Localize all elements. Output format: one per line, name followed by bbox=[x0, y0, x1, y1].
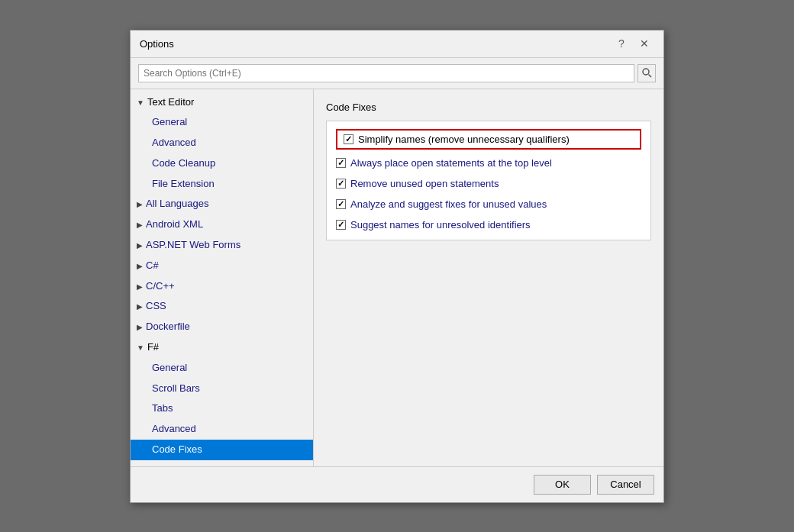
tree-item-fsharp-code-fixes[interactable]: Code Fixes bbox=[131, 440, 313, 460]
help-button[interactable]: ? bbox=[612, 35, 631, 52]
dialog-body: Text Editor General Advanced Code Cleanu… bbox=[131, 58, 663, 466]
checkbox-label-always-place: Always place open statements at the top … bbox=[350, 157, 552, 169]
tree-item-text-editor[interactable]: Text Editor bbox=[131, 92, 313, 113]
search-icon bbox=[642, 68, 652, 78]
content-panel: Code Fixes Simplify names (remove unnece… bbox=[314, 89, 663, 466]
expand-icon bbox=[137, 342, 144, 354]
tree-item-fsharp-tabs[interactable]: Tabs bbox=[131, 398, 313, 419]
tree-item-all-languages[interactable]: All Languages bbox=[131, 194, 313, 214]
expand-icon bbox=[137, 198, 143, 211]
expand-icon bbox=[137, 321, 143, 334]
tree-item-fsharp-scrollbars[interactable]: Scroll Bars bbox=[131, 379, 313, 399]
search-input[interactable] bbox=[138, 64, 634, 82]
tree-item-aspnet[interactable]: ASP.NET Web Forms bbox=[131, 235, 313, 256]
expand-icon bbox=[137, 219, 143, 231]
checkbox-always-place[interactable] bbox=[336, 158, 346, 168]
tree-panel: Text Editor General Advanced Code Cleanu… bbox=[131, 89, 314, 466]
checkbox-item-analyze: Analyze and suggest fixes for unused val… bbox=[336, 197, 641, 211]
cancel-button[interactable]: Cancel bbox=[597, 475, 654, 495]
close-button[interactable]: ✕ bbox=[634, 35, 654, 52]
expand-icon bbox=[137, 260, 143, 272]
checkbox-remove-unused[interactable] bbox=[336, 179, 346, 189]
tree-item-csharp[interactable]: C# bbox=[131, 256, 313, 276]
svg-point-0 bbox=[643, 69, 649, 75]
checkbox-item-suggest-names: Suggest names for unresolved identifiers bbox=[336, 218, 641, 232]
tree-item-code-cleanup[interactable]: Code Cleanup bbox=[131, 153, 313, 174]
checkbox-label-simplify: Simplify names (remove unnecessary quali… bbox=[358, 134, 570, 145]
checkbox-item-remove-unused: Remove unused open statements bbox=[336, 176, 641, 191]
tree-item-dockerfile[interactable]: Dockerfile bbox=[131, 317, 313, 337]
expand-icon bbox=[137, 281, 143, 293]
tree-item-file-extension[interactable]: File Extension bbox=[131, 174, 313, 195]
dialog-footer: OK Cancel bbox=[131, 466, 663, 502]
checkbox-suggest-names[interactable] bbox=[336, 220, 346, 230]
expand-icon bbox=[137, 97, 144, 109]
section-title: Code Fixes bbox=[326, 102, 651, 113]
search-button[interactable] bbox=[637, 64, 656, 82]
checkbox-simplify[interactable] bbox=[344, 134, 353, 144]
svg-line-1 bbox=[648, 75, 651, 78]
tree-item-fsharp-general[interactable]: General bbox=[131, 358, 313, 379]
expand-icon bbox=[137, 301, 143, 313]
ok-button[interactable]: OK bbox=[534, 475, 591, 495]
search-row bbox=[131, 58, 663, 89]
expand-icon bbox=[137, 240, 143, 252]
tree-item-css[interactable]: CSS bbox=[131, 296, 313, 317]
checkbox-item-simplify: Simplify names (remove unnecessary quali… bbox=[336, 129, 641, 150]
tree-item-fsharp[interactable]: F# bbox=[131, 337, 313, 358]
checkbox-label-suggest-names: Suggest names for unresolved identifiers bbox=[350, 219, 531, 231]
tree-item-fsharp-advanced[interactable]: Advanced bbox=[131, 419, 313, 440]
title-bar-left: Options bbox=[140, 38, 174, 50]
title-actions: ? ✕ bbox=[612, 35, 654, 52]
tree-item-cpp[interactable]: C/C++ bbox=[131, 276, 313, 297]
main-area: Text Editor General Advanced Code Cleanu… bbox=[131, 89, 663, 466]
code-fixes-box: Simplify names (remove unnecessary quali… bbox=[326, 121, 651, 240]
tree-item-advanced[interactable]: Advanced bbox=[131, 133, 313, 153]
tree-item-android-xml[interactable]: Android XML bbox=[131, 214, 313, 235]
checkbox-label-analyze: Analyze and suggest fixes for unused val… bbox=[350, 198, 547, 210]
dialog-title: Options bbox=[140, 38, 174, 50]
checkbox-label-remove-unused: Remove unused open statements bbox=[350, 178, 499, 189]
title-bar: Options ? ✕ bbox=[131, 31, 663, 58]
checkbox-analyze[interactable] bbox=[336, 199, 346, 209]
checkbox-item-always-place: Always place open statements at the top … bbox=[336, 156, 641, 170]
tree-item-general[interactable]: General bbox=[131, 112, 313, 133]
options-dialog: Options ? ✕ Text Editor bbox=[130, 30, 664, 503]
